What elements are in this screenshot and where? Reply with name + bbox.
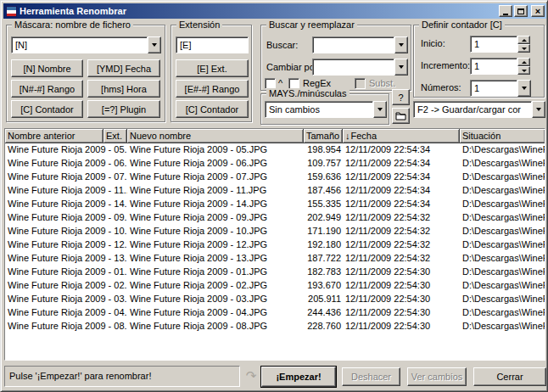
maximize-button[interactable] bbox=[514, 5, 528, 17]
chevron-down-icon bbox=[522, 87, 527, 90]
counter-increment-spin-down[interactable] bbox=[517, 66, 530, 75]
table-row[interactable]: Wine Future Rioja 2009 - 07...Wine Futur… bbox=[5, 171, 545, 184]
mask-plugin-button[interactable]: [=?] Plugin bbox=[87, 100, 160, 118]
cell-loc: D:\Descargas\WineFu bbox=[460, 198, 545, 211]
table-row[interactable]: Wine Future Rioja 2009 - 14...Wine Futur… bbox=[5, 198, 545, 211]
search-combo-value[interactable] bbox=[312, 36, 394, 53]
cell-size: 205.911 bbox=[304, 293, 343, 306]
cell-loc: D:\Descargas\WineFu bbox=[460, 184, 545, 198]
header-ext[interactable]: Ext. bbox=[103, 129, 127, 143]
header-size[interactable]: Tamaño bbox=[304, 129, 343, 143]
cell-loc: D:\Descargas\WineFu bbox=[460, 171, 545, 184]
table-row[interactable]: Wine Future Rioja 2009 - 06...Wine Futur… bbox=[5, 157, 545, 171]
table-row[interactable]: Wine Future Rioja 2009 - 09...Wine Futur… bbox=[5, 211, 545, 225]
cell-new: Wine Future Rioja 2009 - 10.JPG bbox=[127, 225, 304, 238]
cell-old: Wine Future Rioja 2009 - 13... bbox=[5, 252, 127, 266]
replace-combo-value[interactable] bbox=[312, 59, 394, 76]
mask-date-button[interactable]: [YMD] Fecha bbox=[87, 59, 160, 77]
cell-loc: D:\Descargas\WineFu bbox=[460, 225, 545, 238]
mask-counter-button[interactable]: [C] Contador bbox=[11, 100, 83, 118]
extension-group-label: Extensión bbox=[176, 20, 222, 30]
spin-down-icon bbox=[522, 48, 527, 50]
start-button[interactable]: ¡Empezar! bbox=[261, 367, 336, 387]
cell-new: Wine Future Rioja 2009 - 07.JPG bbox=[127, 171, 304, 184]
ext-ext-button[interactable]: [E] Ext. bbox=[176, 59, 249, 77]
search-combo[interactable] bbox=[312, 36, 408, 53]
cell-date: 12/11/2009 22:54:34 bbox=[343, 171, 460, 184]
mask-name-button[interactable]: [N] Nombre bbox=[11, 59, 83, 77]
sort-descending-icon: ↓ bbox=[345, 131, 350, 141]
case-combo[interactable]: Sin cambios bbox=[265, 101, 387, 118]
header-date[interactable]: ↓Fecha bbox=[343, 129, 460, 143]
preset-combo[interactable]: F2 -> Guardar/cargar cor bbox=[413, 101, 545, 118]
table-row[interactable]: Wine Future Rioja 2009 - 01...Wine Futur… bbox=[5, 266, 545, 279]
table-row[interactable]: Wine Future Rioja 2009 - 05...Wine Futur… bbox=[5, 143, 545, 157]
title-bar[interactable]: Herramienta Renombrar × bbox=[3, 3, 546, 19]
case-combo-dropdown-button[interactable] bbox=[373, 101, 387, 118]
counter-increment-field[interactable]: 1 bbox=[470, 58, 517, 75]
cell-old: Wine Future Rioja 2009 - 10... bbox=[5, 225, 127, 238]
preset-combo-value[interactable]: F2 -> Guardar/cargar cor bbox=[413, 101, 532, 118]
case-combo-value[interactable]: Sin cambios bbox=[265, 101, 373, 118]
ext-counter-button[interactable]: [C] Contador bbox=[176, 100, 249, 118]
header-new-name[interactable]: Nuevo nombre bbox=[127, 129, 304, 143]
cell-old: Wine Future Rioja 2009 - 01... bbox=[5, 266, 127, 279]
table-row[interactable]: Wine Future Rioja 2009 - 13...Wine Futur… bbox=[5, 252, 545, 266]
app-icon bbox=[6, 6, 17, 17]
header-location[interactable]: Situación bbox=[460, 129, 545, 143]
cell-old: Wine Future Rioja 2009 - 11... bbox=[5, 184, 127, 198]
cell-new: Wine Future Rioja 2009 - 05.JPG bbox=[127, 143, 304, 157]
chevron-down-icon bbox=[152, 43, 157, 47]
header-old-name[interactable]: Nombre anterior bbox=[5, 129, 103, 143]
preset-combo-dropdown-button[interactable] bbox=[532, 101, 545, 118]
options-folder-button[interactable] bbox=[392, 108, 410, 124]
cell-loc: D:\Descargas\WineFu bbox=[460, 143, 545, 157]
subst-checkbox-label: Subst. bbox=[369, 78, 395, 88]
counter-start-field[interactable]: 1 bbox=[470, 36, 517, 53]
table-row[interactable]: Wine Future Rioja 2009 - 11...Wine Futur… bbox=[5, 184, 545, 198]
cell-date: 12/11/2009 22:54:30 bbox=[343, 306, 460, 320]
mask-combo[interactable]: [N] bbox=[11, 36, 161, 53]
close-dialog-button[interactable]: Cerrar bbox=[473, 367, 546, 386]
spin-up-icon bbox=[522, 61, 527, 64]
mask-groupbox: Máscara: nombre de fichero [N] [N] Nombr… bbox=[6, 25, 165, 122]
table-row[interactable]: Wine Future Rioja 2009 - 03...Wine Futur… bbox=[5, 293, 545, 306]
cell-size: 187.722 bbox=[304, 252, 343, 266]
cell-date: 12/11/2009 22:54:34 bbox=[343, 143, 460, 157]
table-body: Wine Future Rioja 2009 - 05...Wine Futur… bbox=[5, 143, 545, 333]
replace-combo[interactable] bbox=[312, 59, 408, 76]
counter-group-label: Definir contador [C] bbox=[419, 20, 505, 30]
table-row[interactable]: Wine Future Rioja 2009 - 08...Wine Futur… bbox=[5, 320, 545, 333]
cell-new: Wine Future Rioja 2009 - 04.JPG bbox=[127, 306, 304, 320]
mask-time-button[interactable]: [hms] Hora bbox=[87, 80, 160, 98]
counter-increment-spin-up[interactable] bbox=[517, 58, 530, 66]
mask-combo-dropdown-button[interactable] bbox=[148, 36, 161, 53]
cell-old: Wine Future Rioja 2009 - 02... bbox=[5, 279, 127, 293]
counter-digits-value[interactable]: 1 bbox=[470, 80, 517, 97]
counter-digits-dropdown-button[interactable] bbox=[517, 80, 531, 97]
counter-start-label: Inicio: bbox=[421, 38, 445, 48]
extension-field[interactable]: [E] bbox=[176, 36, 249, 53]
counter-start-spin-up[interactable] bbox=[517, 36, 530, 44]
close-icon: × bbox=[535, 7, 540, 15]
mask-combo-value[interactable]: [N] bbox=[11, 36, 148, 53]
cell-old: Wine Future Rioja 2009 - 06... bbox=[5, 157, 127, 171]
refresh-icon: ↷ bbox=[243, 367, 259, 385]
table-row[interactable]: Wine Future Rioja 2009 - 02...Wine Futur… bbox=[5, 279, 545, 293]
cell-loc: D:\Descargas\WineFu bbox=[460, 293, 545, 306]
ext-range-button[interactable]: [E#-#] Rango bbox=[176, 80, 249, 98]
search-combo-dropdown-button[interactable] bbox=[394, 36, 408, 53]
mask-range-button[interactable]: [N#-#] Rango bbox=[11, 80, 83, 98]
caret-checkbox-label: ^ bbox=[278, 78, 282, 88]
spin-up-icon bbox=[522, 39, 527, 42]
cell-loc: D:\Descargas\WineFu bbox=[460, 266, 545, 279]
table-row[interactable]: Wine Future Rioja 2009 - 12...Wine Futur… bbox=[5, 238, 545, 252]
table-row[interactable]: Wine Future Rioja 2009 - 04...Wine Futur… bbox=[5, 306, 545, 320]
help-button[interactable]: ? bbox=[392, 89, 410, 105]
minimize-button[interactable] bbox=[499, 5, 512, 17]
counter-start-spin-down[interactable] bbox=[517, 44, 530, 53]
folder-icon bbox=[395, 111, 406, 120]
table-row[interactable]: Wine Future Rioja 2009 - 10...Wine Futur… bbox=[5, 225, 545, 238]
replace-combo-dropdown-button[interactable] bbox=[394, 59, 408, 76]
close-button[interactable]: × bbox=[531, 5, 545, 17]
